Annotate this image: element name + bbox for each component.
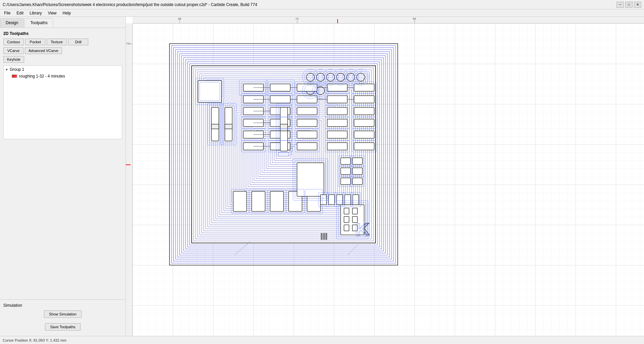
group-section: ▼ Group 1 roughing 1-32 - 4 minutes [3,65,122,139]
main-layout: Design Toolpaths 2D Toolpaths Contour Po… [0,17,644,336]
svg-rect-75 [354,96,374,103]
svg-rect-68 [297,84,317,91]
svg-rect-115 [329,195,335,205]
svg-rect-84 [327,119,347,127]
svg-rect-78 [297,107,317,115]
maximize-button[interactable]: □ [625,2,633,8]
svg-rect-136 [344,216,349,223]
title-bar: C:/Users/James.Khan/Pictures/Screenshots… [0,0,644,9]
cursor-h-marker [337,19,338,23]
ruler-tick-48-mark [180,20,180,23]
svg-rect-111 [352,168,362,175]
svg-line-220 [347,245,357,255]
keyhole-button[interactable]: Keyhole [3,56,24,63]
ruler-tick-72-mark [297,20,297,23]
cursor-v-marker [126,164,131,165]
svg-rect-74 [327,96,347,103]
svg-rect-80 [354,107,374,115]
svg-rect-103 [252,191,265,211]
pcb-display: K |||| [166,40,401,268]
tab-toolpaths[interactable]: Toolpaths [24,18,53,28]
tab-design[interactable]: Design [0,18,24,28]
ruler-tick-48: 48 [178,17,181,20]
svg-rect-95 [354,143,374,150]
svg-rect-117 [345,195,351,205]
svg-rect-108 [341,158,351,164]
menu-help[interactable]: Help [60,10,74,16]
svg-rect-90 [354,131,374,138]
canvas-area[interactable]: 48 72 96 74 [126,17,644,336]
ruler-tick-72: 72 [295,17,299,20]
svg-text:K: K [355,219,368,240]
svg-rect-85 [354,119,374,127]
ruler-top: 48 72 96 [133,17,644,23]
svg-rect-112 [341,178,351,185]
close-button[interactable]: ✕ [634,2,641,8]
svg-rect-72 [270,96,290,103]
left-panel: Design Toolpaths 2D Toolpaths Contour Po… [0,17,126,336]
svg-rect-104 [270,191,284,211]
svg-rect-134 [344,208,349,214]
svg-rect-109 [352,158,362,164]
svg-rect-110 [341,168,351,175]
svg-rect-83 [297,119,317,127]
window-controls: ─ □ ✕ [616,2,641,8]
minimize-button[interactable]: ─ [616,2,624,8]
tab-bar: Design Toolpaths [0,17,126,28]
svg-rect-102 [233,191,247,211]
svg-text:||||: |||| [320,232,328,240]
ruler-tick-74-mark [130,44,132,44]
svg-rect-113 [352,178,362,185]
svg-rect-89 [327,131,347,138]
pocket-button[interactable]: Pocket [25,39,45,45]
toolpath-color-icon [12,75,17,78]
svg-rect-101 [280,124,288,131]
svg-rect-94 [327,143,347,150]
contour-button[interactable]: Contour [3,39,24,45]
menu-file[interactable]: File [1,10,13,16]
toolpath-item-label: roughing 1-32 - 4 minutes [19,74,65,79]
ruler-tick-96: 96 [413,17,416,20]
advanced-vcarve-button[interactable]: Advanced VCarve [25,47,62,54]
svg-rect-69 [327,84,347,91]
texture-button[interactable]: Texture [47,39,67,45]
menu-edit[interactable]: Edit [14,10,26,16]
ruler-tick-74: 74 [126,42,130,45]
ruler-left: 74 [126,23,133,336]
show-simulation-button[interactable]: Show Simulation [44,310,82,318]
menu-library[interactable]: Library [27,10,45,16]
svg-rect-138 [344,225,349,231]
ruler-tick-96-mark [414,20,415,23]
svg-rect-114 [320,195,327,205]
svg-rect-73 [297,96,317,103]
svg-rect-107 [297,163,324,196]
svg-rect-70 [354,84,374,91]
toolpath-buttons-row3: Keyhole [3,56,122,63]
2d-toolpaths-header: 2D Toolpaths [3,31,122,36]
canvas-content[interactable]: K |||| [133,23,644,336]
svg-rect-118 [353,195,359,205]
simulation-label: Simulation [3,303,122,308]
group-1-header[interactable]: ▼ Group 1 [5,67,120,72]
save-toolpaths-button[interactable]: Save Toolpaths [45,323,80,331]
drill-button[interactable]: Drill [68,39,88,45]
vcarve-button[interactable]: VCarve [3,47,23,54]
svg-rect-99 [225,124,232,129]
simulation-section: Simulation Show Simulation Save Toolpath… [0,299,126,336]
svg-rect-135 [352,208,357,214]
svg-rect-88 [297,131,317,138]
svg-rect-67 [270,84,290,91]
svg-rect-97 [211,124,219,129]
svg-rect-93 [297,143,317,150]
title-text: C:/Users/James.Khan/Pictures/Screenshots… [3,2,257,7]
toolpath-item-roughing[interactable]: roughing 1-32 - 4 minutes [5,73,120,79]
svg-rect-57 [198,81,221,102]
group-chevron: ▼ [5,68,8,71]
toolpath-buttons-row2: VCarve Advanced VCarve [3,47,122,54]
cursor-position: Cursor Position X: 81.093 Y: 1.432 mm [3,338,66,342]
toolpath-buttons: Contour Pocket Texture Drill [3,39,122,45]
menu-view[interactable]: View [45,10,59,16]
svg-rect-79 [327,107,347,115]
toolpaths-content: 2D Toolpaths Contour Pocket Texture Dril… [0,28,126,299]
group-1-label: Group 1 [10,67,24,72]
